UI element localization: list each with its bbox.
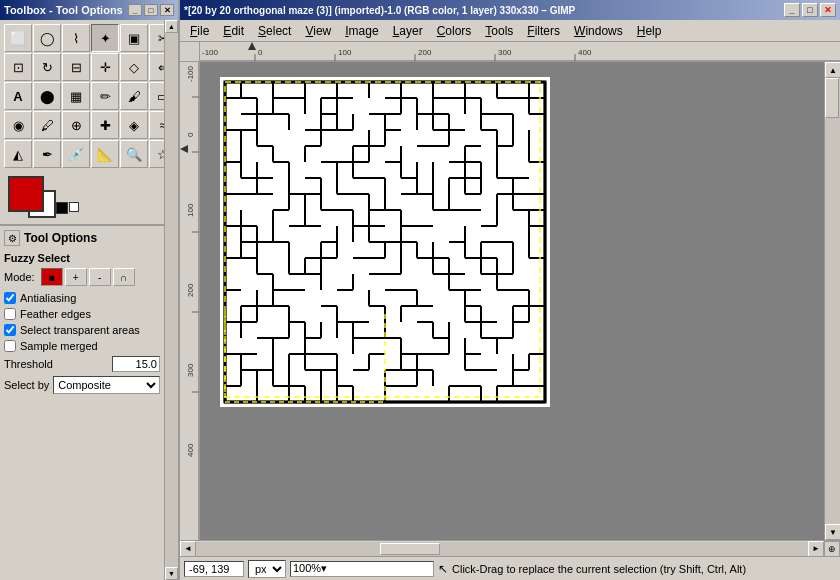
measure-tool[interactable]: 📐 (91, 140, 119, 168)
svg-text:300: 300 (498, 48, 512, 57)
right-scroll-thumb[interactable] (825, 78, 839, 118)
status-zoom-input[interactable] (290, 561, 434, 577)
canvas-scroll-area: -100 0 100 200 300 (180, 62, 840, 540)
scroll-up-btn[interactable]: ▲ (825, 62, 840, 78)
sample-merged-row: Sample merged (4, 340, 160, 352)
select-transparent-label: Select transparent areas (20, 324, 140, 336)
svg-text:0: 0 (258, 48, 263, 57)
paths-tool[interactable]: ✒ (33, 140, 61, 168)
perspective-tool[interactable]: ◇ (120, 53, 148, 81)
rotate-tool[interactable]: ↻ (33, 53, 61, 81)
fuzzy-select-label: Fuzzy Select (4, 252, 160, 264)
ellipse-select-tool[interactable]: ◯ (33, 24, 61, 52)
paintbucket-tool[interactable]: ⬤ (33, 82, 61, 110)
sample-merged-checkbox[interactable] (4, 340, 16, 352)
fuzzy-select-tool[interactable]: ✦ (91, 24, 119, 52)
rulers-top-row: -100 0 100 200 300 (180, 42, 840, 62)
right-scroll-track[interactable] (825, 78, 840, 524)
smudge-tool[interactable]: ≈ (149, 111, 164, 139)
paintbrush-tool[interactable]: 🖌 (120, 82, 148, 110)
tool-grid: ⬜ ◯ ⌇ ✦ ▣ ✂ ⊡ ↻ ⊟ ✛ ◇ ⇔ A (0, 20, 164, 172)
extra-tool[interactable]: ☆ (149, 140, 164, 168)
toolbox-minimize-btn[interactable]: _ (128, 4, 142, 16)
bottom-scroll-track[interactable] (196, 542, 808, 556)
mode-add-btn[interactable]: + (65, 268, 87, 286)
svg-text:200: 200 (418, 48, 432, 57)
bottom-scroll-thumb[interactable] (380, 543, 440, 555)
heal-tool[interactable]: ✚ (91, 111, 119, 139)
scissors-tool[interactable]: ✂ (149, 24, 164, 52)
mode-replace-btn[interactable]: ■ (41, 268, 63, 286)
menu-edit[interactable]: Edit (217, 22, 250, 40)
menu-bar: File Edit Select View Image Layer Colors… (180, 20, 840, 42)
tool-options-section: ⚙ Tool Options Fuzzy Select Mode: ■ + - … (0, 224, 164, 580)
toolbox-title-buttons: _ □ ✕ (128, 4, 174, 16)
clone-tool[interactable]: ⊕ (62, 111, 90, 139)
select-by-dropdown[interactable]: Composite (53, 376, 160, 394)
status-bar: -69, 139 px ↖ Click-Drag to replace the … (180, 556, 840, 580)
menu-layer[interactable]: Layer (387, 22, 429, 40)
color-select-tool[interactable]: ▣ (120, 24, 148, 52)
rect-select-tool[interactable]: ⬜ (4, 24, 32, 52)
tool-options-icon: ⚙ (4, 230, 20, 246)
gimp-title-buttons: _ □ ✕ (784, 3, 836, 17)
select-transparent-checkbox[interactable] (4, 324, 16, 336)
toolbox-scroll-down-btn[interactable]: ▼ (165, 567, 178, 580)
svg-text:-100: -100 (202, 48, 219, 57)
menu-file[interactable]: File (184, 22, 215, 40)
menu-windows[interactable]: Windows (568, 22, 629, 40)
lasso-tool[interactable]: ⌇ (62, 24, 90, 52)
eraser-tool[interactable]: ▭ (149, 82, 164, 110)
menu-filters[interactable]: Filters (521, 22, 566, 40)
feather-edges-checkbox[interactable] (4, 308, 16, 320)
toolbox-close-btn[interactable]: ✕ (160, 4, 174, 16)
status-unit-select[interactable]: px (248, 560, 286, 578)
text-tool[interactable]: A (4, 82, 32, 110)
mode-intersect-btn[interactable]: ∩ (113, 268, 135, 286)
move-tool[interactable]: ✛ (91, 53, 119, 81)
canvas-viewport[interactable] (200, 62, 824, 540)
toolbox-title-text: Toolbox - Tool Options (4, 4, 123, 16)
menu-help[interactable]: Help (631, 22, 668, 40)
gradient-tool[interactable]: ▦ (62, 82, 90, 110)
svg-text:100: 100 (186, 203, 195, 217)
gimp-title-bar: *[20 by 20 orthogonal maze (3)] (importe… (180, 0, 840, 20)
foreground-color[interactable] (8, 176, 44, 212)
antialiasing-checkbox[interactable] (4, 292, 16, 304)
toolbox-content: ⬜ ◯ ⌇ ✦ ▣ ✂ ⊡ ↻ ⊟ ✛ ◇ ⇔ A (0, 20, 164, 580)
pencil-tool[interactable]: ✏ (91, 82, 119, 110)
threshold-input[interactable] (112, 356, 160, 372)
gimp-minimize-btn[interactable]: _ (784, 3, 800, 17)
flip-tool[interactable]: ⇔ (149, 53, 164, 81)
menu-view[interactable]: View (299, 22, 337, 40)
scroll-corner-btn[interactable]: ⊕ (824, 541, 840, 557)
toolbox-maximize-btn[interactable]: □ (144, 4, 158, 16)
color-picker-tool[interactable]: 💉 (62, 140, 90, 168)
perspective-clone-tool[interactable]: ◈ (120, 111, 148, 139)
crop-tool[interactable]: ⊡ (4, 53, 32, 81)
scroll-down-btn[interactable]: ▼ (825, 524, 840, 540)
menu-tools[interactable]: Tools (479, 22, 519, 40)
default-white-swatch[interactable] (69, 202, 79, 212)
toolbox-scroll-up-btn[interactable]: ▲ (165, 20, 178, 33)
dodge-tool[interactable]: ◭ (4, 140, 32, 168)
airbrush-tool[interactable]: ◉ (4, 111, 32, 139)
ink-tool[interactable]: 🖊 (33, 111, 61, 139)
menu-image[interactable]: Image (339, 22, 384, 40)
rulers-container: -100 0 100 200 300 (180, 42, 840, 556)
svg-text:300: 300 (186, 363, 195, 377)
align-tool[interactable]: ⊟ (62, 53, 90, 81)
select-transparent-row: Select transparent areas (4, 324, 160, 336)
pointer-icon: ↖ (438, 562, 448, 576)
scroll-right-btn[interactable]: ► (808, 541, 824, 557)
zoom-tool[interactable]: 🔍 (120, 140, 148, 168)
menu-colors[interactable]: Colors (431, 22, 478, 40)
default-black-swatch[interactable] (56, 202, 68, 214)
mode-subtract-btn[interactable]: - (89, 268, 111, 286)
gimp-close-btn[interactable]: ✕ (820, 3, 836, 17)
toolbox-scroll-track (165, 33, 178, 567)
scroll-left-btn[interactable]: ◄ (180, 541, 196, 557)
menu-select[interactable]: Select (252, 22, 297, 40)
gimp-maximize-btn[interactable]: □ (802, 3, 818, 17)
canvas-area: *[20 by 20 orthogonal maze (3)] (importe… (180, 0, 840, 580)
